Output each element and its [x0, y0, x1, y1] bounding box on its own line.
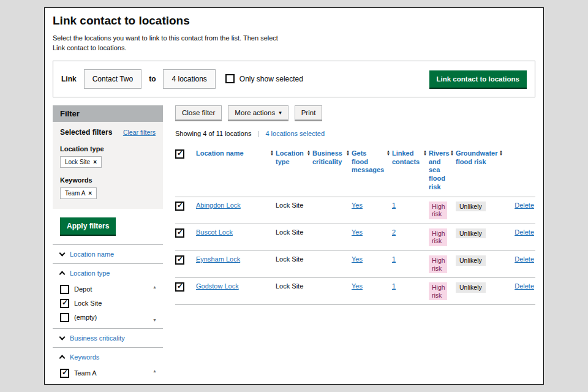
- delete-link[interactable]: Delete: [514, 282, 534, 290]
- to-label: to: [149, 75, 156, 83]
- river-risk-badge: High risk: [429, 255, 447, 273]
- groundwater-risk-badge: Unlikely: [456, 202, 486, 212]
- filter-option-team-a[interactable]: Team A: [60, 366, 148, 380]
- select-all-cell: [175, 145, 196, 197]
- flood-messages-link[interactable]: Yes: [352, 255, 363, 263]
- checkbox[interactable]: [60, 369, 69, 378]
- checkbox[interactable]: [60, 299, 69, 308]
- selected-filter-tag[interactable]: Lock Site×: [60, 156, 102, 168]
- filter-section-toggle-location-type[interactable]: Location type: [60, 264, 156, 282]
- col-business-criticality[interactable]: Business criticality: [312, 145, 352, 197]
- filter-section-toggle-keywords[interactable]: Keywords: [60, 348, 156, 366]
- option-label: Team A: [74, 369, 97, 377]
- table-row: Godstow Lock Lock Site Yes 1 High risk U…: [175, 278, 535, 305]
- sort-icon[interactable]: [270, 150, 274, 156]
- linked-contacts-link[interactable]: 1: [392, 202, 396, 209]
- col-actions: [505, 145, 535, 197]
- delete-link[interactable]: Delete: [514, 255, 534, 263]
- col-label: Groundwater flood risk: [456, 149, 497, 165]
- sort-icon[interactable]: [386, 150, 390, 156]
- tag-label: Lock Site: [65, 159, 90, 165]
- col-label: Location type: [276, 149, 304, 165]
- river-risk-badge: High risk: [429, 282, 447, 300]
- more-actions-button[interactable]: More actions ▾: [228, 105, 288, 120]
- col-label: Linked contacts: [392, 149, 420, 165]
- row-checkbox[interactable]: [175, 228, 184, 238]
- only-show-selected-label: Only show selected: [239, 75, 303, 83]
- location-link[interactable]: Godstow Lock: [196, 282, 239, 290]
- link-label: Link: [61, 75, 77, 83]
- remove-tag-icon[interactable]: ×: [93, 159, 97, 165]
- sort-icon[interactable]: [423, 150, 427, 156]
- keywords-options: ▲ Team A: [60, 366, 156, 384]
- intro-line-2: Link contact to locations.: [53, 43, 535, 53]
- business-criticality-value: [312, 197, 352, 224]
- row-checkbox[interactable]: [175, 255, 184, 265]
- page-title: Link contact to locations: [53, 14, 535, 28]
- close-filter-button[interactable]: Close filter: [175, 105, 222, 120]
- linked-contacts-link[interactable]: 2: [392, 228, 396, 236]
- scroll-up-icon[interactable]: ▲: [153, 285, 157, 289]
- sort-icon[interactable]: [450, 150, 454, 156]
- filter-section-business-criticality: Business criticality: [53, 328, 163, 347]
- location-link[interactable]: Abingdon Lock: [196, 202, 241, 209]
- filter-section-toggle-business-criticality[interactable]: Business criticality: [60, 329, 156, 347]
- locations-selected-link[interactable]: 4 locations selected: [265, 130, 325, 137]
- filter-option-empty[interactable]: (empty): [60, 311, 148, 325]
- flood-messages-link[interactable]: Yes: [352, 282, 363, 290]
- col-rivers-sea-flood-risk[interactable]: Rivers and sea flood risk: [429, 145, 456, 197]
- status-bar: Showing 4 of 11 locations | 4 locations …: [175, 130, 535, 137]
- scroll-up-icon[interactable]: ▲: [153, 369, 157, 373]
- row-checkbox[interactable]: [175, 282, 184, 292]
- groundwater-risk-badge: Unlikely: [456, 255, 486, 266]
- location-type-value: Lock Site: [276, 228, 303, 236]
- caret-down-icon: ▾: [279, 110, 282, 116]
- col-location-type[interactable]: Location type: [276, 145, 312, 197]
- filter-option-depot[interactable]: Depot: [60, 282, 148, 296]
- groundwater-risk-badge: Unlikely: [456, 228, 486, 239]
- flood-messages-link[interactable]: Yes: [352, 202, 363, 209]
- only-show-selected-control[interactable]: Only show selected: [225, 74, 303, 83]
- selected-group-label: Location type: [60, 145, 156, 153]
- col-linked-contacts[interactable]: Linked contacts: [392, 145, 429, 197]
- print-button[interactable]: Print: [295, 105, 323, 120]
- remove-tag-icon[interactable]: ×: [88, 190, 92, 197]
- select-all-checkbox[interactable]: [175, 149, 184, 159]
- more-actions-label: More actions: [235, 109, 275, 116]
- checkbox[interactable]: [60, 285, 69, 294]
- delete-link[interactable]: Delete: [514, 228, 534, 236]
- delete-link[interactable]: Delete: [514, 202, 534, 209]
- link-contact-to-locations-button[interactable]: Link contact to locations: [429, 70, 527, 88]
- checkbox[interactable]: [60, 313, 69, 322]
- flood-messages-link[interactable]: Yes: [352, 228, 363, 236]
- only-show-selected-checkbox[interactable]: [225, 74, 235, 83]
- scroll-down-icon[interactable]: ▼: [153, 318, 157, 322]
- chevron-down-icon: [59, 334, 66, 340]
- row-checkbox[interactable]: [175, 202, 184, 211]
- linked-contacts-link[interactable]: 1: [392, 282, 396, 290]
- selected-filter-tag[interactable]: Team A×: [60, 187, 97, 199]
- status-separator: |: [258, 130, 260, 137]
- option-label: Lock Site: [74, 300, 102, 307]
- chevron-up-icon: [59, 355, 66, 361]
- filter-section-label: Location type: [70, 270, 110, 277]
- col-gets-flood-messages[interactable]: Gets flood messages: [352, 145, 392, 197]
- linked-contacts-link[interactable]: 1: [392, 255, 396, 263]
- location-type-value: Lock Site: [276, 255, 303, 263]
- col-location-name[interactable]: Location name: [196, 145, 276, 197]
- sort-icon[interactable]: [499, 150, 503, 156]
- col-groundwater-flood-risk[interactable]: Groundwater flood risk: [456, 145, 505, 197]
- filter-option-lock-site[interactable]: Lock Site: [60, 296, 148, 311]
- col-label: Gets flood messages: [352, 149, 384, 174]
- chevron-up-icon: [59, 271, 66, 277]
- sort-icon[interactable]: [346, 150, 350, 156]
- location-link[interactable]: Eynsham Lock: [196, 255, 240, 263]
- clear-filters-link[interactable]: Clear filters: [123, 129, 156, 136]
- contact-picker-button[interactable]: Contact Two: [84, 69, 141, 89]
- location-link[interactable]: Buscot Lock: [196, 228, 233, 236]
- locations-picker-button[interactable]: 4 locations: [163, 69, 215, 89]
- filter-section-toggle-location-name[interactable]: Location name: [60, 245, 156, 263]
- apply-filters-button[interactable]: Apply filters: [60, 217, 116, 235]
- sort-icon[interactable]: [307, 150, 311, 156]
- table-row: Eynsham Lock Lock Site Yes 1 High risk U…: [175, 251, 535, 278]
